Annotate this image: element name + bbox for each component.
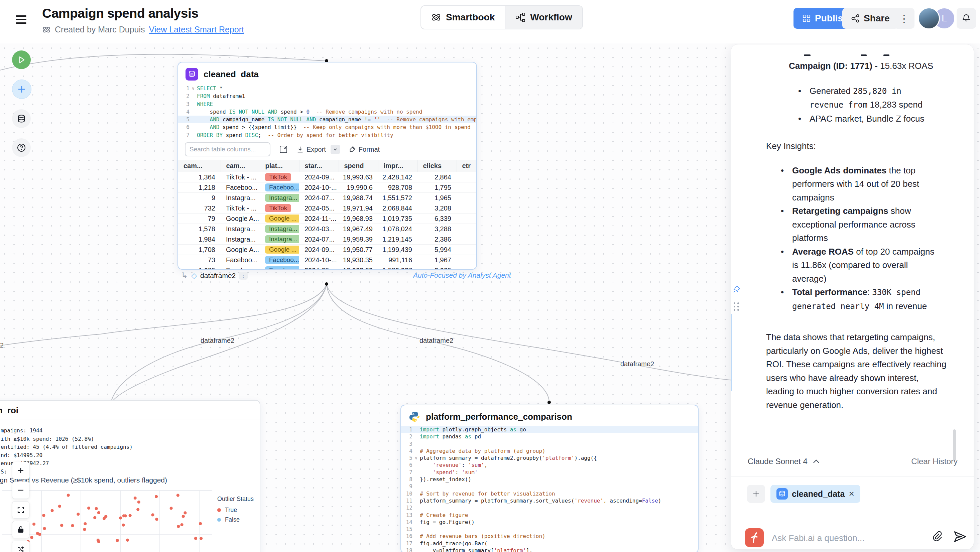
table-row: 1,708Google A...Google ...2024-09...19,9… — [178, 245, 476, 255]
dataframe-diamond-icon: ◇ — [191, 271, 197, 280]
question-input[interactable]: Ask Fabi.ai a question... — [772, 533, 864, 543]
format-button[interactable]: Format — [348, 146, 380, 153]
export-button[interactable]: Export — [296, 145, 340, 154]
app-root: dataframe2 dataframe2 dataframe2 2 SQL c… — [0, 0, 980, 552]
column-header[interactable]: spend — [339, 160, 378, 172]
code-line: 15 — [401, 526, 698, 533]
search-columns-input[interactable]: Search table columns... — [185, 142, 270, 156]
column-header[interactable]: star... — [299, 160, 339, 172]
menu-button[interactable] — [16, 15, 26, 24]
bullet-item: •Generated 285,820 in revenue from 18,28… — [798, 84, 939, 112]
fit-view-button[interactable] — [12, 501, 29, 519]
code-line: 5∨platform_summary = dataframe2.groupby(… — [401, 455, 698, 461]
code-line: 13# Create figure — [401, 512, 698, 519]
node-cleaned-data[interactable]: SQL cleaned_data 1∨SELECT *2FROM datafra… — [178, 62, 477, 270]
avatar-photo[interactable] — [918, 7, 940, 29]
send-button[interactable] — [953, 530, 967, 544]
expand-table-icon[interactable] — [279, 145, 288, 154]
page-title: Campaign spend analysis — [42, 6, 199, 21]
model-selector[interactable]: Claude Sonnet 4 — [748, 457, 819, 466]
edge-label-dataframe2-right: dataframe2 — [620, 360, 654, 368]
legend-item-false[interactable]: False — [217, 516, 254, 523]
auto-focus-note: Auto-Focused by Analyst Agent — [413, 271, 511, 279]
code-line: 8}).reset_index() — [401, 476, 698, 483]
table-row: 1,984Instagra...Instagra...2024-07...19,… — [178, 234, 476, 245]
table-row: 79Google A...Google ...2024-11-...19,968… — [178, 213, 476, 224]
handle-menu-badge[interactable]: ⋮ — [239, 272, 248, 280]
legend-swatch-false — [217, 518, 221, 522]
platform-badge: Faceboo... — [265, 256, 299, 264]
sql-node-icon: SQL — [186, 68, 198, 81]
assistant-panel: Campaign (ID: 1771) - 15.63x ROAS •Gener… — [731, 44, 974, 550]
shuffle-layout-button[interactable] — [12, 541, 29, 552]
output-handle-label: dataframe2 — [200, 272, 235, 280]
pin-icon[interactable] — [732, 284, 742, 294]
clipped-text-fragment — [861, 54, 867, 56]
platform-badge: Instagra... — [265, 225, 299, 233]
add-node-button[interactable] — [12, 80, 32, 99]
column-header[interactable]: impr... — [378, 160, 417, 172]
latest-report-link[interactable]: View Latest Smart Report — [149, 25, 244, 34]
export-dropdown-chevron[interactable] — [331, 145, 340, 154]
clear-history-button[interactable]: Clear History — [911, 457, 958, 466]
lock-button[interactable] — [12, 521, 29, 538]
run-workflow-button[interactable] — [12, 51, 31, 69]
column-header[interactable]: plat... — [260, 160, 299, 172]
zoom-in-button[interactable] — [12, 462, 29, 479]
column-header[interactable]: cam... — [221, 160, 260, 172]
sql-editor[interactable]: 1∨SELECT *2FROM dataframe13WHERE4 spend … — [178, 84, 476, 139]
python-node-icon — [409, 410, 420, 423]
drag-handle-icon[interactable] — [733, 302, 740, 311]
notifications-button[interactable] — [956, 8, 976, 29]
panel-scrollbar-thumb[interactable] — [953, 430, 956, 461]
more-options-button[interactable]: ⋮ — [894, 8, 915, 29]
smartbook-mini-icon — [42, 25, 51, 34]
code-line: 16# Add revenue bars (positive direction… — [401, 533, 698, 540]
platform-badge: TikTok — [265, 173, 291, 181]
edge-label-dataframe2-mid: dataframe2 — [420, 337, 453, 345]
zoom-out-button[interactable] — [12, 482, 29, 499]
context-chip-cleaned-data[interactable]: SQL cleaned_data × — [770, 485, 860, 503]
table-row: 1,218Faceboo...Faceboo...2024-10-...19,9… — [178, 183, 476, 193]
node-campaign-roi[interactable]: campaign_roi mpaigns: 1944 ith ≥$10k spe… — [0, 400, 260, 552]
column-header[interactable]: cam... — [178, 160, 221, 172]
table-row: 1,578Instagra...Instagra...2024-03...19,… — [178, 224, 476, 234]
legend-item-true[interactable]: True — [217, 507, 254, 514]
platform-badge: Instagra... — [265, 194, 299, 202]
scroll-accent-line — [731, 314, 732, 391]
top-header: Campaign spend analysis Created by Marc … — [0, 0, 980, 43]
code-line: 3WHERE — [178, 100, 476, 108]
attach-file-button[interactable] — [930, 530, 944, 544]
bullet-item: •Google Ads dominates the top performers… — [781, 164, 941, 205]
tab-workflow[interactable]: Workflow — [505, 6, 582, 29]
code-line: 18 y=platform_summary['platform'], — [401, 547, 698, 552]
output-handle-row[interactable]: ↳ ◇ dataframe2 ⋮ — [181, 271, 248, 280]
insight-bullets: •Google Ads dominates the top performers… — [781, 164, 941, 313]
help-button[interactable] — [12, 138, 31, 157]
chip-close-icon[interactable]: × — [849, 489, 854, 498]
branch-arrow-icon: ↳ — [181, 271, 188, 280]
platform-badge: Faceboo... — [265, 266, 299, 270]
share-button[interactable]: Share — [842, 8, 899, 29]
column-header[interactable]: clicks — [417, 160, 457, 172]
tab-smartbook[interactable]: Smartbook — [421, 6, 505, 29]
code-line: 2FROM dataframe1 — [178, 92, 476, 100]
key-insights-label: Key Insights: — [766, 139, 955, 153]
python-editor[interactable]: 1import plotly.graph_objects as go2impor… — [401, 426, 698, 552]
table-row: 9Instagra...Instagra...2024-07...19,988.… — [178, 193, 476, 203]
code-line: 4 spend IS NOT NULL AND spend > 0 -- Rem… — [178, 108, 476, 116]
data-sources-button[interactable] — [12, 109, 31, 128]
platform-badge: Faceboo... — [265, 183, 299, 191]
node-title: platform_performance_comparison — [426, 412, 572, 422]
fabi-logo — [745, 528, 764, 547]
table-row: 1,685Faceboo...Faceboo...2024-05...19,92… — [178, 265, 476, 270]
node-title: cleaned_data — [204, 69, 259, 80]
byline-text: Created by Marc Dupuis — [55, 25, 145, 34]
add-context-button[interactable] — [747, 485, 765, 503]
code-line: 9 — [401, 483, 698, 490]
node-platform-performance[interactable]: platform_performance_comparison 1import … — [401, 405, 698, 552]
chevron-up-icon — [813, 459, 819, 464]
clipped-text-fragment — [804, 54, 811, 56]
code-line: 4# Aggregate data by platform (ad group) — [401, 447, 698, 455]
column-header[interactable]: ctr — [457, 160, 476, 172]
